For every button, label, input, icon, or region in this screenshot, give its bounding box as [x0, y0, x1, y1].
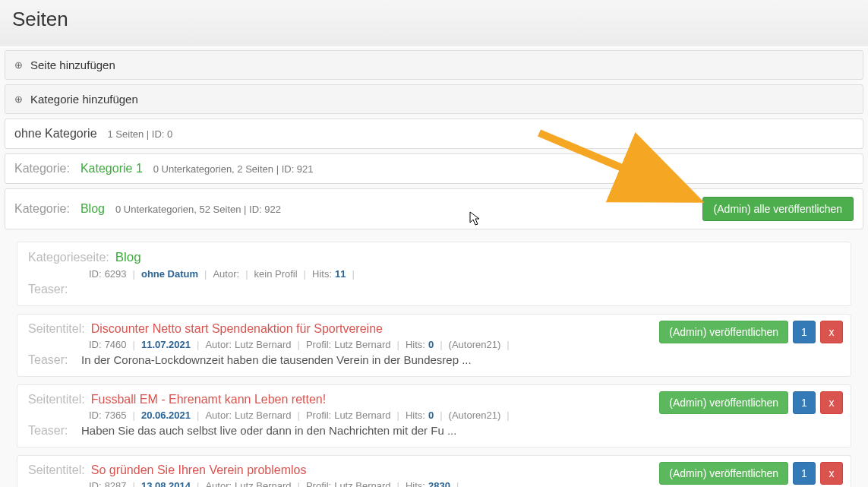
one-button[interactable]: 1 — [793, 391, 816, 414]
page-title: Seiten — [12, 8, 856, 31]
field-label-teaser: Teaser: — [28, 424, 75, 438]
page-card: (Admin) veröffentlichen 1 x Seitentitel:… — [17, 384, 851, 447]
teaser-text: In der Corona-Lockdownzeit haben die tau… — [81, 353, 472, 366]
page-card: (Admin) veröffentlichen 1 x Seitentitel:… — [17, 455, 851, 487]
publish-button[interactable]: (Admin) veröffentlichen — [659, 462, 788, 485]
delete-button[interactable]: x — [820, 321, 843, 343]
page-header: Seiten — [0, 0, 868, 46]
catpage-name[interactable]: Blog — [115, 250, 141, 265]
page-title-link[interactable]: Discounter Netto start Spendenaktion für… — [91, 322, 383, 336]
add-page-label: Seite hinzufügen — [30, 59, 115, 71]
category-prefix: Kategorie: — [14, 202, 70, 216]
field-label-seitentitel: Seitentitel: — [28, 322, 85, 336]
field-label-seitentitel: Seitentitel: — [28, 463, 85, 477]
page-title-link[interactable]: So gründen Sie Ihren Verein problemlos — [91, 463, 307, 477]
category-name: Kategorie 1 — [80, 162, 143, 176]
one-button[interactable]: 1 — [793, 462, 816, 485]
add-category-row[interactable]: ⊕ Kategorie hinzufügen — [5, 84, 863, 114]
add-category-label: Kategorie hinzufügen — [30, 93, 138, 106]
field-label-teaser: Teaser: — [28, 283, 75, 296]
page-card: (Admin) veröffentlichen 1 x Seitentitel:… — [17, 314, 851, 377]
category-label: ohne Kategorie — [14, 127, 97, 141]
category-name: Blog — [80, 202, 105, 216]
teaser-text: Haben Sie das auch selbst live oder dann… — [81, 424, 456, 437]
category-prefix: Kategorie: — [14, 162, 70, 176]
category-row-kategorie1[interactable]: Kategorie: Kategorie 1 0 Unterkategorien… — [5, 153, 863, 184]
field-label-teaser: Teaser: — [28, 353, 75, 367]
one-button[interactable]: 1 — [793, 321, 816, 343]
category-meta: 1 Seiten | ID: 0 — [108, 128, 173, 140]
field-label-kategorieseite: Kategorieseite: — [28, 251, 109, 264]
page-title-link[interactable]: Fussball EM - Ehrenamt kann Leben retten… — [91, 393, 327, 406]
category-row-blog[interactable]: Kategorie: Blog 0 Unterkategorien, 52 Se… — [5, 188, 863, 229]
add-page-row[interactable]: ⊕ Seite hinzufügen — [5, 50, 863, 80]
plus-icon: ⊕ — [14, 59, 23, 71]
publish-button[interactable]: (Admin) veröffentlichen — [659, 321, 788, 343]
category-page-card: Kategorieseite: Blog ID: 6293 | ohne Dat… — [17, 242, 851, 306]
category-row-uncategorized[interactable]: ohne Kategorie 1 Seiten | ID: 0 — [5, 119, 863, 149]
publish-button[interactable]: (Admin) veröffentlichen — [659, 391, 788, 414]
delete-button[interactable]: x — [820, 391, 843, 414]
field-label-seitentitel: Seitentitel: — [28, 393, 85, 406]
publish-all-button[interactable]: (Admin) alle veröffentlichen — [702, 197, 854, 221]
delete-button[interactable]: x — [820, 462, 843, 485]
category-meta: 0 Unterkategorien, 52 Seiten | ID: 922 — [115, 204, 281, 215]
category-meta: 0 Unterkategorien, 2 Seiten | ID: 921 — [153, 163, 314, 175]
plus-icon: ⊕ — [14, 93, 23, 105]
meta-line: ID: 6293 | ohne Datum | Autor: | kein Pr… — [28, 268, 840, 280]
